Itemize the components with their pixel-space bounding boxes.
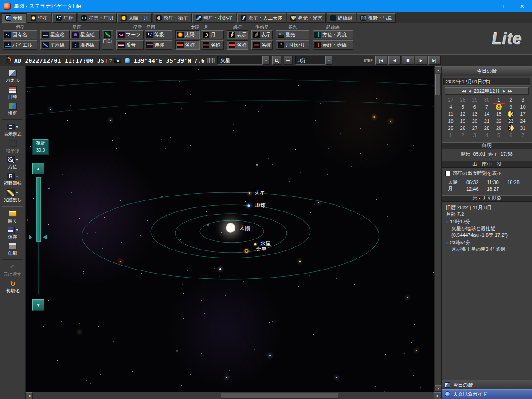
calendar-day[interactable]: 27 — [445, 96, 457, 103]
boundary-lines-button[interactable]: 境界線 — [70, 40, 100, 50]
marker-button[interactable]: 目印 — [102, 30, 113, 50]
zoom-out-button[interactable]: ▼ — [32, 299, 44, 311]
tab-grid-lines[interactable]: 経緯線 — [327, 13, 356, 23]
planet-mars[interactable] — [249, 192, 250, 194]
calendar-day[interactable]: 6 — [505, 132, 517, 139]
sidebar-item-location[interactable]: 場所 — [1, 101, 25, 117]
calendar-day[interactable]: 23 — [505, 117, 517, 125]
calendar-day[interactable]: 30 — [481, 96, 493, 103]
calendar-day[interactable]: 8 — [493, 103, 505, 110]
calendar-day[interactable]: 31 — [517, 125, 529, 132]
proper-name-button[interactable]: 固有名 — [3, 30, 37, 39]
object-list-button[interactable] — [284, 56, 293, 65]
calendar-day[interactable]: 9 — [505, 103, 517, 110]
calendar-day[interactable]: 26 — [457, 125, 469, 132]
tab-constellations[interactable]: 星座 — [52, 13, 77, 23]
magnitude-button[interactable]: 等級 — [145, 30, 172, 39]
calendar-day[interactable]: 10 — [517, 103, 529, 110]
calendar-day[interactable]: 5 — [457, 103, 469, 110]
daylight-button[interactable]: 昼光 — [276, 30, 309, 39]
dwarf-name-button[interactable]: 名称 — [251, 40, 273, 50]
sidebar-item-datetime[interactable]: 日時 — [1, 85, 25, 101]
calendar-day[interactable]: 2 — [505, 96, 517, 103]
calendar-last-button[interactable]: ▶▶ — [508, 90, 512, 93]
jump-end-button[interactable]: ▶| — [428, 56, 441, 65]
sidebar-item-trail[interactable]: ▼光跡残し — [1, 188, 25, 204]
close-button[interactable]: ✕ — [512, 0, 532, 12]
sidebar-item-horizon[interactable]: 地平線 — [1, 138, 25, 155]
tab-meteors[interactable]: 流星・人工天体 — [237, 13, 286, 23]
horizontal-scroll-thumb[interactable] — [221, 393, 338, 399]
minimize-button[interactable]: — — [472, 0, 492, 12]
sun-name-button[interactable]: 名称 — [175, 40, 200, 50]
calendar-day[interactable]: 29 — [469, 96, 481, 103]
tab-stars[interactable]: 恒星 — [27, 13, 51, 23]
calendar-day[interactable]: 3 — [469, 132, 481, 139]
calendar-day[interactable]: 19 — [457, 117, 469, 125]
target-select[interactable]: 火星 ▼ — [217, 56, 270, 65]
moonlight-button[interactable]: 月明かり — [276, 40, 309, 50]
calendar-day[interactable]: 29 — [493, 125, 505, 132]
zoom-slider-thumb[interactable] — [36, 177, 41, 242]
common-name-button[interactable]: 通称 — [145, 40, 172, 50]
dwarf-display-button[interactable]: 表示 — [251, 30, 273, 39]
time-step-select[interactable]: 3分 ▼ — [295, 56, 332, 65]
planet-sun[interactable] — [226, 223, 235, 233]
show-planet-riseset-checkbox[interactable] — [445, 171, 450, 176]
calendar-day[interactable]: 6 — [469, 103, 481, 110]
calendar-day[interactable]: 16 — [505, 110, 517, 117]
horizontal-scrollbar[interactable]: ◀ ▶ — [26, 392, 441, 399]
ra-dec-button[interactable]: 赤経・赤緯 — [313, 40, 353, 50]
sidebar-item-open[interactable]: 開く — [1, 208, 25, 225]
calendar-day[interactable]: 15 — [493, 110, 505, 117]
calendar-day[interactable]: 14 — [481, 110, 493, 117]
constellation-art-button[interactable]: 星座絵 — [70, 30, 100, 39]
scroll-down-button[interactable]: ▼ — [435, 385, 442, 392]
calendar-day[interactable]: 25 — [445, 125, 457, 132]
planet-mercury[interactable] — [254, 243, 256, 245]
constellation-lines-button[interactable]: 星座線 — [40, 40, 70, 50]
calendar-day[interactable]: 4 — [481, 132, 493, 139]
play-backward-button[interactable]: ◀ — [388, 56, 401, 65]
tab-daylight[interactable]: 昼光・光害 — [287, 13, 326, 23]
calendar-day[interactable]: 1 — [493, 96, 505, 103]
vertical-scrollbar[interactable]: ▲ ▼ — [434, 66, 441, 392]
sidebar-item-save[interactable]: ▼保存 — [1, 225, 25, 241]
calendar-day[interactable]: 7 — [481, 103, 493, 110]
moon-name-button[interactable]: 名称 — [201, 40, 224, 50]
datetime-dropdown-marker[interactable]: ▽ — [109, 59, 112, 63]
calendar-day[interactable]: 18 — [445, 117, 457, 125]
calendar-day[interactable]: 11 — [445, 110, 457, 117]
calendar-day[interactable]: 3 — [517, 96, 529, 103]
datetime-display[interactable]: AD 2022/12/01 11:17:00 JST — [14, 57, 108, 64]
scroll-right-button[interactable]: ▶ — [434, 392, 441, 399]
planet-venus[interactable] — [245, 249, 249, 253]
calendar-day[interactable]: 2 — [457, 132, 469, 139]
planet-display-button[interactable]: 表示 — [227, 30, 248, 39]
star-chart[interactable]: 火星地球太陽水星金星 視野 30.0 ▲ ▼ — [26, 66, 434, 392]
calendar-day[interactable]: 28 — [457, 96, 469, 103]
stop-button[interactable]: ■ — [402, 56, 414, 65]
calendar-day[interactable]: 22 — [493, 117, 505, 125]
calendar-prev-button[interactable]: ◀ — [469, 90, 470, 93]
maximize-button[interactable]: □ — [492, 0, 512, 12]
tab-planets[interactable]: 惑星・衛星 — [153, 13, 192, 23]
calendar-day[interactable]: 7 — [517, 132, 529, 139]
target-select-arrow[interactable]: ▼ — [262, 56, 270, 65]
location-display[interactable]: 139°44'E 35°39'N — [133, 57, 191, 64]
calendar-day[interactable]: 24 — [517, 117, 529, 125]
catalog-number-button[interactable]: 番号 — [116, 40, 144, 50]
sidebar-item-print[interactable]: 印刷 — [1, 241, 25, 258]
scroll-up-button[interactable]: ▲ — [435, 66, 442, 73]
calendar-day[interactable]: 12 — [457, 110, 469, 117]
search-button[interactable] — [272, 56, 281, 65]
sidebar-item-fov-rotation[interactable]: R▼視野回転 — [1, 171, 25, 188]
tab-general[interactable]: 全般 — [2, 13, 26, 23]
sidebar-item-display-format[interactable]: ▼表示形式 — [1, 122, 25, 138]
time-step-value[interactable]: 3分 — [295, 56, 325, 65]
twilight-start-time[interactable]: 05:01 — [473, 151, 485, 158]
planet-name-button[interactable]: 名称 — [227, 40, 248, 50]
calendar-first-button[interactable]: ◀◀ — [462, 90, 466, 93]
vertical-scroll-thumb[interactable] — [435, 74, 441, 95]
jump-start-button[interactable]: |◀ — [375, 56, 387, 65]
